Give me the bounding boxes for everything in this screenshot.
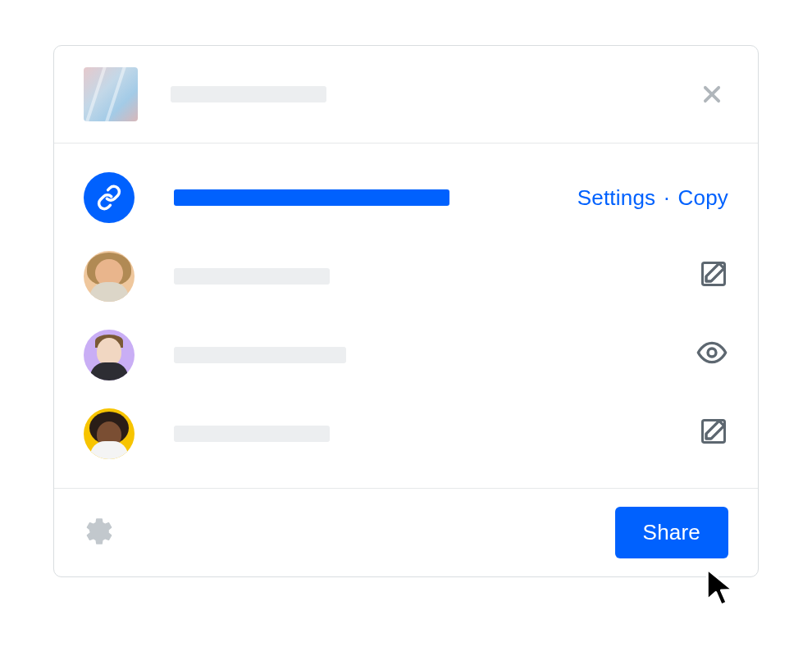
- file-title-placeholder: [171, 86, 326, 102]
- modal-header: [54, 46, 758, 144]
- person-name-placeholder: [174, 426, 330, 442]
- modal-body: Settings · Copy: [54, 144, 758, 488]
- separator-dot: ·: [664, 185, 669, 211]
- view-permission-button[interactable]: [696, 336, 728, 374]
- copy-link[interactable]: Copy: [678, 185, 729, 211]
- edit-permission-button[interactable]: [699, 417, 728, 451]
- share-button[interactable]: Share: [615, 507, 728, 558]
- close-button[interactable]: [696, 78, 728, 111]
- share-modal: Settings · Copy: [53, 45, 759, 577]
- share-link-row: Settings · Copy: [84, 158, 728, 237]
- gear-icon: [84, 516, 115, 547]
- svg-point-3: [708, 348, 716, 357]
- eye-icon: [696, 336, 728, 369]
- link-settings-link[interactable]: Settings: [577, 185, 656, 211]
- settings-gear-button[interactable]: [84, 516, 115, 550]
- modal-footer: Share: [54, 488, 758, 576]
- share-link-placeholder: [174, 189, 449, 206]
- file-thumbnail: [84, 67, 138, 121]
- person-row: [84, 394, 728, 473]
- link-icon: [96, 184, 122, 211]
- edit-icon: [699, 417, 728, 446]
- close-icon: [700, 83, 723, 106]
- person-row: [84, 237, 728, 316]
- edit-permission-button[interactable]: [699, 259, 728, 294]
- person-row: [84, 316, 728, 394]
- person-name-placeholder: [174, 268, 330, 285]
- person-name-placeholder: [174, 347, 346, 363]
- link-icon-circle: [84, 172, 135, 223]
- edit-icon: [699, 259, 728, 289]
- avatar: [84, 408, 135, 459]
- avatar: [84, 330, 135, 380]
- avatar: [84, 251, 135, 302]
